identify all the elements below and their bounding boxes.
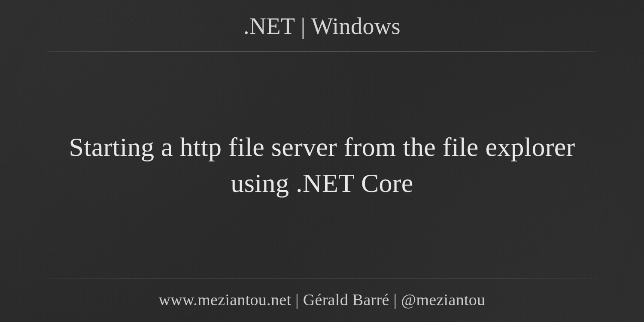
header-section: .NET | Windows: [47, 13, 597, 52]
footer-attribution: www.meziantou.net | Gérald Barré | @mezi…: [47, 290, 597, 309]
main-section: Starting a http file server from the fil…: [47, 52, 597, 279]
footer-section: www.meziantou.net | Gérald Barré | @mezi…: [47, 279, 597, 309]
article-title: Starting a http file server from the fil…: [64, 129, 580, 201]
category-tags: .NET | Windows: [47, 13, 597, 39]
